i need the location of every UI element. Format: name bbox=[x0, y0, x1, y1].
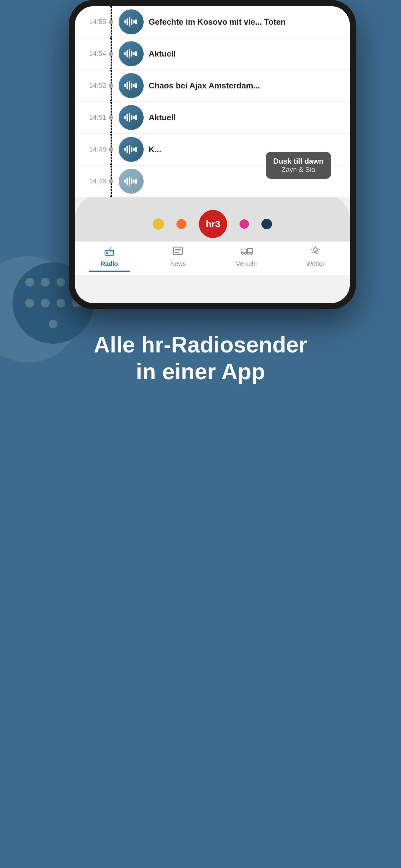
station-selector-area: hr3 bbox=[75, 194, 350, 241]
timeline-connector bbox=[106, 165, 115, 197]
timeline-dot bbox=[109, 147, 113, 152]
svg-rect-8 bbox=[129, 49, 130, 58]
time-label: 14:46 bbox=[81, 177, 106, 185]
item-title: Aktuell bbox=[149, 113, 350, 122]
audio-icon bbox=[119, 73, 144, 98]
svg-rect-34 bbox=[133, 180, 135, 183]
timeline-connector bbox=[106, 70, 115, 101]
station-dot-yellow[interactable] bbox=[153, 218, 164, 230]
svg-rect-13 bbox=[127, 82, 128, 89]
radio-icon bbox=[104, 246, 115, 258]
promo-section: Alle hr-Radiosender in einer App bbox=[0, 306, 401, 410]
svg-rect-16 bbox=[133, 84, 135, 87]
time-label: 14:52 bbox=[81, 82, 106, 90]
timeline-dot bbox=[109, 52, 113, 56]
station-dot-dark-blue[interactable] bbox=[261, 219, 272, 229]
weather-icon bbox=[310, 246, 321, 258]
svg-rect-18 bbox=[124, 116, 126, 119]
svg-rect-3 bbox=[131, 19, 132, 25]
waveform-icon bbox=[124, 177, 138, 186]
svg-rect-23 bbox=[135, 115, 137, 120]
timeline-connector bbox=[106, 38, 115, 69]
audio-icon bbox=[119, 9, 144, 34]
audio-icon bbox=[119, 169, 144, 194]
bg-dot bbox=[25, 278, 34, 286]
news-icon bbox=[172, 246, 183, 258]
phone-frame: 14:55 bbox=[69, 0, 356, 309]
svg-rect-33 bbox=[131, 178, 132, 184]
timeline-list: 14:55 bbox=[75, 6, 350, 197]
time-label: 14:54 bbox=[81, 50, 106, 58]
bg-dot bbox=[41, 278, 49, 286]
svg-rect-6 bbox=[124, 52, 126, 55]
traffic-icon bbox=[240, 246, 253, 258]
timeline-item[interactable]: 14:51 bbox=[75, 102, 350, 133]
tab-radio[interactable]: Radio bbox=[75, 246, 144, 272]
item-title: Gefechte im Kosovo mit vie... Toten bbox=[149, 17, 350, 27]
waveform-icon bbox=[124, 49, 138, 58]
svg-rect-17 bbox=[135, 83, 137, 88]
svg-rect-2 bbox=[129, 17, 130, 27]
svg-rect-14 bbox=[129, 81, 130, 90]
svg-rect-29 bbox=[135, 147, 137, 152]
time-label: 14:48 bbox=[81, 145, 106, 153]
svg-point-51 bbox=[313, 248, 317, 251]
hr3-station-badge[interactable]: hr3 bbox=[199, 210, 227, 238]
tab-traffic[interactable]: Verkehr bbox=[212, 246, 281, 272]
tab-news[interactable]: News bbox=[144, 246, 212, 272]
tab-weather[interactable]: Wetter bbox=[281, 246, 350, 272]
waveform-icon bbox=[124, 17, 138, 27]
svg-line-57 bbox=[318, 251, 318, 252]
svg-point-37 bbox=[106, 252, 108, 254]
svg-rect-21 bbox=[131, 115, 132, 120]
svg-rect-45 bbox=[241, 249, 247, 253]
svg-rect-35 bbox=[135, 179, 137, 184]
timeline-item[interactable]: 14:55 bbox=[75, 6, 350, 37]
station-dots-row: hr3 bbox=[81, 204, 343, 241]
station-dot-pink[interactable] bbox=[239, 219, 249, 229]
audio-icon bbox=[119, 41, 144, 66]
waveform-icon bbox=[124, 81, 138, 90]
waveform-icon bbox=[124, 145, 138, 154]
timeline-item[interactable]: 14:54 bbox=[75, 38, 350, 69]
svg-rect-20 bbox=[129, 113, 130, 122]
tooltip-popup: Dusk till dawn Zayn & Sia bbox=[266, 152, 331, 179]
timeline-item[interactable]: 14:52 bbox=[75, 70, 350, 101]
svg-rect-0 bbox=[124, 20, 126, 24]
svg-rect-1 bbox=[127, 19, 128, 25]
svg-rect-19 bbox=[127, 114, 128, 121]
svg-rect-9 bbox=[131, 51, 132, 57]
phone-mockup: 14:55 bbox=[69, 0, 356, 309]
svg-line-40 bbox=[109, 247, 111, 250]
svg-rect-12 bbox=[124, 84, 126, 87]
svg-point-46 bbox=[241, 252, 243, 254]
item-title: Aktuell bbox=[149, 49, 350, 59]
time-label: 14:55 bbox=[81, 18, 106, 26]
audio-icon bbox=[119, 137, 144, 162]
svg-rect-31 bbox=[127, 178, 128, 185]
svg-rect-5 bbox=[135, 19, 137, 24]
timeline-dot bbox=[109, 179, 113, 183]
timeline-dot bbox=[109, 115, 113, 120]
phone-screen: 14:55 bbox=[75, 6, 350, 303]
station-dot-orange[interactable] bbox=[176, 219, 187, 229]
svg-rect-48 bbox=[247, 248, 252, 253]
svg-point-50 bbox=[250, 252, 252, 254]
svg-point-49 bbox=[247, 252, 249, 254]
bg-dot bbox=[57, 278, 65, 286]
tooltip-artist: Zayn & Sia bbox=[273, 165, 324, 174]
svg-rect-30 bbox=[124, 180, 126, 183]
svg-rect-4 bbox=[133, 20, 135, 24]
svg-rect-26 bbox=[129, 145, 130, 154]
svg-point-47 bbox=[244, 252, 246, 254]
svg-rect-25 bbox=[127, 146, 128, 153]
item-title: Chaos bei Ajax Amsterdam... bbox=[149, 81, 350, 91]
tooltip-song-title: Dusk till dawn bbox=[273, 157, 324, 165]
timeline-item[interactable]: 14:48 bbox=[75, 134, 350, 165]
svg-rect-24 bbox=[124, 148, 126, 151]
svg-rect-32 bbox=[129, 177, 130, 186]
svg-rect-22 bbox=[133, 116, 135, 119]
app-screen: 14:55 bbox=[75, 6, 350, 303]
tab-radio-label: Radio bbox=[101, 260, 118, 268]
tab-news-label: News bbox=[170, 260, 186, 268]
